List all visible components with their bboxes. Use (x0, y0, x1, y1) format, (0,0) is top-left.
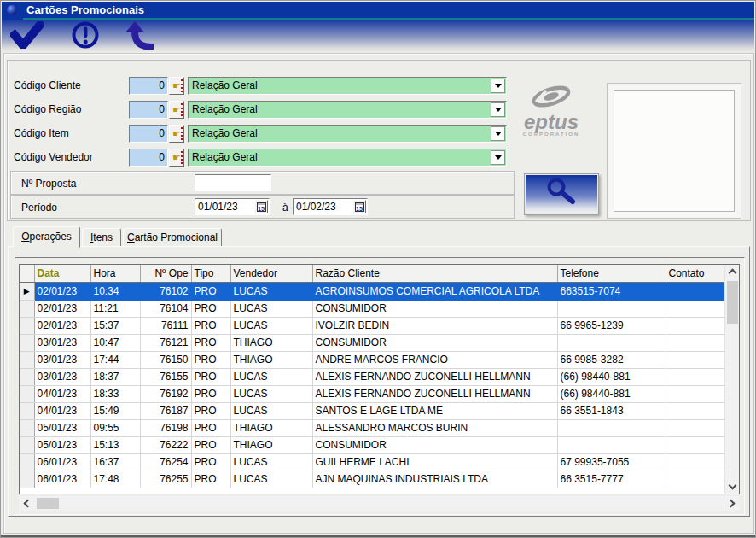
table-cell[interactable]: THIAGO (230, 351, 312, 368)
table-cell[interactable]: 76155 (140, 368, 191, 385)
table-cell[interactable] (557, 419, 666, 436)
table-row[interactable]: 04/01/2318:3376192PROLUCASALEXIS FERNAND… (20, 385, 724, 402)
table-cell[interactable]: PRO (191, 419, 230, 436)
table-cell[interactable]: 06/01/23 (34, 453, 90, 471)
table-cell[interactable]: PRO (191, 436, 230, 453)
codigo-regiao-combobox[interactable]: Relação Geral (188, 101, 507, 119)
table-cell[interactable]: 02/01/23 (34, 317, 90, 334)
table-cell[interactable]: GUILHERME LACHI (312, 453, 557, 471)
table-cell[interactable]: LUCAS (230, 282, 312, 300)
search-button[interactable] (524, 173, 599, 215)
chevron-down-icon[interactable] (491, 102, 505, 117)
table-cell[interactable]: PRO (191, 282, 230, 300)
table-cell[interactable]: 66 3515-7777 (557, 471, 666, 488)
table-cell[interactable] (666, 471, 724, 488)
table-cell[interactable] (666, 453, 724, 471)
table-cell[interactable]: CONSUMIDOR (312, 334, 557, 351)
table-cell[interactable]: PRO (191, 402, 230, 419)
table-cell[interactable] (557, 334, 666, 351)
table-cell[interactable]: AJN MAQUINAS INDUSTRIAIS LTDA (312, 471, 557, 488)
table-cell[interactable]: 66 9985-3282 (557, 351, 666, 368)
table-row[interactable]: ▶02/01/2310:3476102PROLUCASAGROINSUMOS C… (20, 282, 724, 300)
table-cell[interactable]: 05/01/23 (34, 436, 90, 453)
table-cell[interactable]: (66) 98440-881 (557, 385, 666, 402)
table-cell[interactable]: ALEXIS FERNANDO ZUCONELLI HELLMANN (312, 368, 557, 385)
codigo-regiao-input[interactable]: 0 (129, 101, 168, 119)
codigo-item-input[interactable]: 0 (129, 125, 168, 143)
table-cell[interactable] (557, 300, 666, 317)
table-cell[interactable]: 02/01/23 (34, 282, 90, 300)
table-cell[interactable] (666, 385, 724, 402)
table-cell[interactable]: PRO (191, 317, 230, 334)
table-row[interactable]: 06/01/2316:3776254PROLUCASGUILHERME LACH… (20, 453, 724, 471)
codigo-cliente-input[interactable]: 0 (129, 77, 168, 95)
table-row[interactable]: 05/01/2309:5576198PROTHIAGOALESSANDRO MA… (20, 419, 724, 436)
table-cell[interactable]: 09:55 (90, 419, 140, 436)
table-cell[interactable]: PRO (191, 351, 230, 368)
calendar-picker-button[interactable]: 15 (254, 200, 268, 213)
table-row[interactable]: 02/01/2311:2176104PROLUCASCONSUMIDOR (20, 300, 724, 317)
codigo-cliente-browse-button[interactable]: ☛ (169, 77, 184, 95)
table-cell[interactable]: 17:44 (90, 351, 140, 368)
table-cell[interactable]: PRO (191, 471, 230, 488)
table-cell[interactable]: PRO (191, 385, 230, 402)
codigo-vendedor-browse-button[interactable]: ☛ (169, 149, 184, 167)
column-header-tipo[interactable]: Tipo (191, 265, 230, 282)
table-cell[interactable]: LUCAS (230, 385, 312, 402)
table-cell[interactable] (666, 402, 724, 419)
table-cell[interactable]: 66 9965-1239 (557, 317, 666, 334)
table-cell[interactable]: 15:13 (90, 436, 140, 453)
table-cell[interactable]: ALEXIS FERNANDO ZUCONELLI HELLMANN (312, 385, 557, 402)
table-cell[interactable] (666, 334, 724, 351)
table-cell[interactable]: 66 3551-1843 (557, 402, 666, 419)
table-cell[interactable]: 76192 (140, 385, 191, 402)
table-cell[interactable]: PRO (191, 453, 230, 471)
table-row[interactable]: 03/01/2318:3776155PROLUCASALEXIS FERNAND… (20, 368, 724, 385)
periodo-from-input[interactable]: 01/01/23 15 (195, 198, 270, 215)
codigo-regiao-browse-button[interactable]: ☛ (169, 101, 184, 119)
table-cell[interactable]: (66) 98440-881 (557, 368, 666, 385)
chevron-down-icon[interactable] (491, 79, 505, 93)
table-row[interactable]: 03/01/2317:4476150PROTHIAGOANDRE MARCOS … (20, 351, 724, 368)
column-header-hora[interactable]: Hora (90, 265, 140, 282)
scroll-down-icon[interactable] (729, 482, 737, 490)
vertical-scrollbar[interactable] (724, 265, 739, 494)
table-row[interactable]: 06/01/2317:4876255PROLUCASAJN MAQUINAS I… (20, 471, 724, 488)
table-cell[interactable]: 663515-7074 (557, 282, 666, 300)
table-cell[interactable]: LUCAS (230, 300, 312, 317)
table-row[interactable]: 02/01/2315:3776111PROLUCASIVOLZIR BEDIN6… (20, 317, 724, 334)
table-cell[interactable]: 04/01/23 (34, 402, 90, 419)
tab-cartao-promocional[interactable]: Cartão Promocional (123, 228, 222, 247)
column-header-vendedor[interactable]: Vendedor (230, 265, 312, 282)
table-cell[interactable]: THIAGO (230, 436, 312, 453)
table-cell[interactable]: 67 99935-7055 (557, 453, 666, 471)
table-cell[interactable]: ALESSANDRO MARCOS BURIN (312, 419, 557, 436)
tab-itens[interactable]: Itens (82, 228, 121, 247)
codigo-vendedor-input[interactable]: 0 (129, 149, 168, 167)
table-cell[interactable]: 03/01/23 (34, 351, 90, 368)
table-row[interactable]: 04/01/2315:4976187PROLUCASSANTOS E LAGE … (20, 402, 724, 419)
table-cell[interactable]: 76255 (140, 471, 191, 488)
column-header-razao-cliente[interactable]: Razão Cliente (312, 265, 557, 282)
table-cell[interactable]: AGROINSUMOS COMERCIAL AGRICOLA LTDA (312, 282, 557, 300)
table-cell[interactable]: 16:37 (90, 453, 140, 471)
table-cell[interactable] (666, 282, 724, 300)
table-cell[interactable]: LUCAS (230, 317, 312, 334)
chevron-down-icon[interactable] (491, 126, 505, 141)
table-cell[interactable]: LUCAS (230, 402, 312, 419)
table-cell[interactable]: THIAGO (230, 334, 312, 351)
table-cell[interactable]: 18:33 (90, 385, 140, 402)
table-cell[interactable] (666, 300, 724, 317)
table-cell[interactable]: 10:34 (90, 282, 140, 300)
table-cell[interactable]: 76254 (140, 453, 191, 471)
table-cell[interactable]: 76102 (140, 282, 191, 300)
table-cell[interactable] (666, 368, 724, 385)
table-cell[interactable]: LUCAS (230, 471, 312, 488)
table-cell[interactable]: 06/01/23 (34, 471, 90, 488)
table-cell[interactable] (666, 351, 724, 368)
table-cell[interactable]: 76222 (140, 436, 191, 453)
calendar-picker-button[interactable]: 15 (352, 200, 366, 213)
table-cell[interactable]: PRO (191, 300, 230, 317)
table-cell[interactable]: 76150 (140, 351, 191, 368)
scroll-right-icon[interactable] (727, 500, 736, 508)
